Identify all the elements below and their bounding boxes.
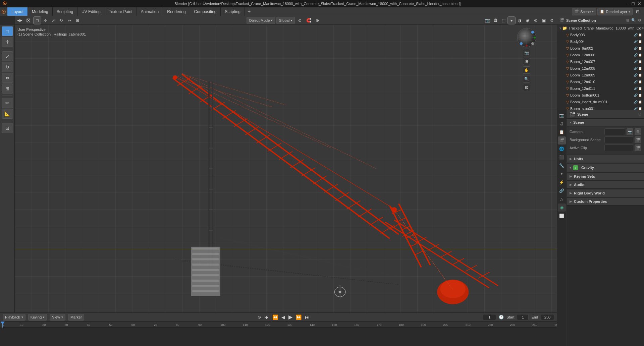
xray-btn[interactable]: ▣: [540, 17, 547, 24]
prop-tab-output[interactable]: 🖨: [558, 120, 566, 128]
tab-add-btn[interactable]: +: [245, 7, 253, 16]
tool-transform[interactable]: ⊞: [2, 83, 13, 94]
maximize-btn[interactable]: □: [632, 1, 635, 6]
gravity-section-header[interactable]: ▾ ✓ Gravity: [567, 164, 644, 172]
tool-scale[interactable]: ⇔: [2, 73, 13, 83]
proportional-edit-btn[interactable]: ⊙: [296, 17, 304, 24]
zoom-btn[interactable]: 🔍: [523, 75, 530, 82]
nav-gizmo-sphere[interactable]: [517, 27, 537, 48]
viewport-shading-global[interactable]: Global ▾: [276, 17, 295, 24]
gravity-checkbox[interactable]: ✓: [573, 165, 578, 170]
select-box-icon[interactable]: ◻: [34, 17, 41, 24]
renderlayer-selector[interactable]: 📋 RenderLayer ▾: [597, 8, 633, 15]
camera-value-field[interactable]: [604, 128, 625, 135]
prop-tab-object[interactable]: ⬛: [558, 153, 566, 161]
prop-tab-modifier[interactable]: 🔧: [558, 162, 566, 170]
rotate-icon[interactable]: ↻: [58, 17, 65, 24]
outliner-item-boom-stop[interactable]: ▾ ▽ Boom_stop001 🔗 📋: [561, 105, 644, 110]
outliner-search-icon[interactable]: 🔍: [631, 18, 636, 22]
prop-tab-scene[interactable]: 🎬: [558, 136, 566, 145]
prop-tab-physics[interactable]: ⚡: [558, 178, 566, 186]
transform-icon[interactable]: ⊞: [74, 17, 81, 24]
outliner-item-boom12m006[interactable]: ▾ ▽ Boom_12m006 🔗 📋: [561, 52, 644, 58]
audio-section-header[interactable]: ▶ Audio: [567, 181, 644, 189]
viewport-3d[interactable]: User Perspective (1) Scene Collection | …: [15, 25, 557, 312]
shading-solid[interactable]: ●: [508, 17, 515, 24]
scene-section-header[interactable]: ▾ Scene: [567, 119, 644, 126]
hand-tool-btn[interactable]: ✋: [523, 66, 530, 74]
reverse-play-btn[interactable]: ◀: [280, 314, 286, 321]
jump-forward-btn[interactable]: ⏩: [294, 314, 303, 321]
outliner-item-boom12m009[interactable]: ▾ ▽ Boom_12m009 🔗 📋: [561, 72, 644, 78]
rigid-body-world-header[interactable]: ▶ Rigid Body World: [567, 189, 644, 197]
start-frame-field[interactable]: 1: [517, 314, 529, 320]
keying-sets-header[interactable]: ▶ Keying Sets: [567, 173, 644, 180]
snap-btn[interactable]: 🧲: [305, 17, 312, 24]
camera-new-btn[interactable]: ⊕: [635, 128, 641, 135]
cursor-icon[interactable]: ✛: [42, 17, 49, 24]
scene-selector[interactable]: 🎬 Scene ▾: [572, 8, 596, 15]
active-clip-btn[interactable]: 🎬: [635, 145, 641, 151]
tab-modeling[interactable]: Modeling: [28, 7, 53, 16]
prop-tab-texture[interactable]: ⬜: [558, 212, 566, 220]
mode-selector[interactable]: Object Mode ▾: [247, 17, 275, 24]
tab-scripting[interactable]: Scripting: [221, 7, 245, 16]
view-camera-icon[interactable]: 📷: [484, 17, 491, 24]
view-render-icon[interactable]: 🖼: [492, 17, 499, 24]
tool-add-box[interactable]: ⊡: [2, 123, 13, 133]
tool-measure[interactable]: 📐: [2, 109, 13, 119]
tab-uv-editing[interactable]: UV Editing: [77, 7, 105, 16]
timeline-track[interactable]: 1 10 20 30 40 50 60 70 80 90 100 110 120…: [0, 322, 557, 346]
tab-animation[interactable]: Animation: [137, 7, 163, 16]
outliner-item-body004[interactable]: ▾ ▽ Body004 🔗 📋: [561, 38, 644, 45]
outliner-item-boom-bottom[interactable]: ▾ ▽ Boom_bottom001 🔗 📋: [561, 92, 644, 99]
timeline-sync-icon[interactable]: ⊙: [256, 314, 262, 320]
render-preview-btn[interactable]: 🖼: [523, 84, 530, 91]
outliner-item-boom12m010[interactable]: ▾ ▽ Boom_12m010 🔗 📋: [561, 78, 644, 85]
prop-panel-options-icon[interactable]: ⊟: [638, 112, 641, 116]
outliner-item-boom12m007[interactable]: ▾ ▽ Boom_12m007 🔗 📋: [561, 58, 644, 65]
tab-compositing[interactable]: Compositing: [190, 7, 221, 16]
move-icon[interactable]: ⤢: [50, 17, 57, 24]
outliner-options-icon[interactable]: ⚙: [638, 18, 641, 22]
prop-tab-world[interactable]: 🌐: [558, 145, 566, 153]
shading-material[interactable]: ◑: [516, 17, 523, 24]
camera-persp-btn[interactable]: 📷: [523, 49, 530, 56]
blender-logo[interactable]: ⦿: [1, 9, 6, 14]
outliner-item-boom12m008[interactable]: ▾ ▽ Boom_12m008 🔗 📋: [561, 65, 644, 72]
outliner-item-boom6m[interactable]: ▾ ▽ Boom_6m002 🔗 📋: [561, 45, 644, 52]
save-startup-btn[interactable]: ⊠: [24, 17, 32, 24]
shading-render[interactable]: ◉: [524, 17, 531, 24]
custom-props-header[interactable]: ▶ Custom Properties: [567, 198, 644, 206]
options-btn[interactable]: ⚙: [548, 17, 555, 24]
prop-tab-render[interactable]: 📷: [558, 111, 566, 119]
background-scene-field[interactable]: [604, 136, 633, 143]
prop-tab-material[interactable]: ◉: [558, 204, 566, 212]
filter-icon[interactable]: ⊟: [634, 8, 641, 15]
outliner-item-boom12m011[interactable]: ▾ ▽ Boom_12m011 🔗 📋: [561, 85, 644, 92]
outliner-item-collection[interactable]: ▾ 📁 Tracked_Crane_Manitowoc_18000_with_C…: [557, 25, 644, 32]
current-frame-field[interactable]: 1: [483, 314, 496, 320]
minimize-btn[interactable]: ─: [626, 1, 629, 6]
transform-orientations[interactable]: ⊕: [314, 17, 321, 24]
close-btn[interactable]: ✕: [637, 1, 641, 6]
jump-to-start-btn[interactable]: ⏮: [263, 314, 270, 321]
keying-dropdown[interactable]: Keying ▾: [28, 314, 47, 321]
tab-rendering[interactable]: Rendering: [163, 7, 190, 16]
scale-icon[interactable]: ⇔: [66, 17, 73, 24]
camera-picker-btn[interactable]: 📷: [627, 128, 633, 135]
grid-btn[interactable]: ⊞: [523, 58, 530, 65]
toggle-sidebar-btn[interactable]: ◀▶: [16, 17, 23, 24]
jump-to-end-btn[interactable]: ⏭: [304, 314, 311, 321]
play-btn[interactable]: ▶: [287, 313, 294, 321]
tab-sculpting[interactable]: Sculpting: [53, 7, 77, 16]
tab-layout[interactable]: Layout: [7, 7, 28, 16]
prop-tab-constraints[interactable]: 🔗: [558, 187, 566, 195]
outliner-item-body003[interactable]: ▾ ▽ Body003 🔗 📋: [561, 32, 644, 38]
background-scene-btn[interactable]: 🎬: [635, 136, 641, 143]
tool-annotate[interactable]: ✏: [2, 98, 13, 108]
tool-select[interactable]: ◻: [2, 26, 13, 36]
prop-tab-objectdata[interactable]: △: [558, 195, 566, 203]
prop-tab-particles[interactable]: ✦: [558, 170, 566, 178]
jump-back-btn[interactable]: ⏪: [271, 314, 279, 321]
